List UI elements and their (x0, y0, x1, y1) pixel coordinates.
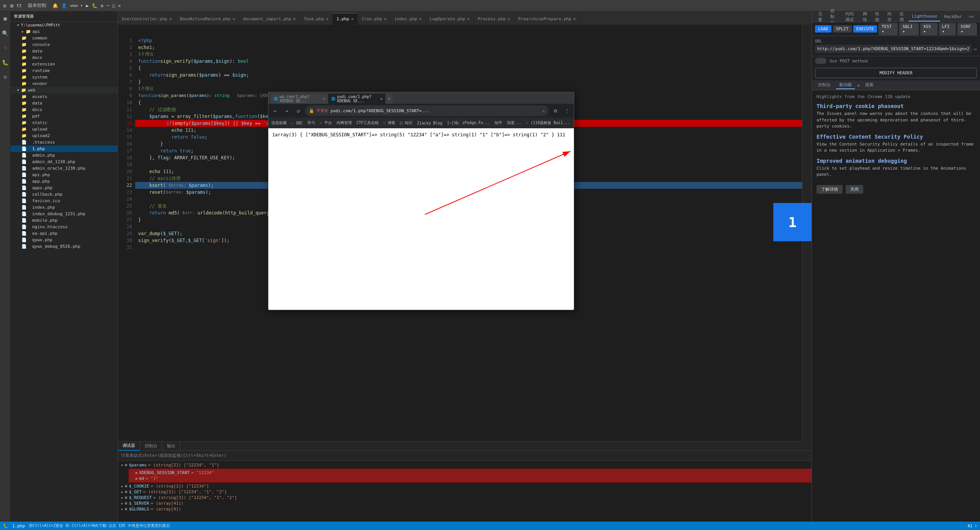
sidebar-item-mobile[interactable]: 📄 mobile.php (11, 217, 118, 224)
learn-more-button[interactable]: 了解详情 (817, 185, 843, 194)
sidebar-item-system[interactable]: 📁 system (11, 74, 118, 80)
sidebar-item-console[interactable]: 📁 console (11, 41, 118, 48)
close-news-icon[interactable]: ✕ (857, 83, 860, 88)
news-title-csp[interactable]: Effective Content Security Policy (817, 134, 975, 140)
sidebar-item-data[interactable]: 📁 data (11, 48, 118, 54)
menu-icon[interactable]: ≡ (3, 3, 6, 9)
ssrf-button[interactable]: SSRF ▾ (957, 23, 977, 35)
dt-tab-console[interactable]: 控制台 (827, 12, 841, 21)
tab-close-icon[interactable]: ✕ (169, 16, 172, 21)
xss-button[interactable]: XSS ▾ (920, 23, 938, 35)
tab-close-active-icon[interactable]: ✕ (351, 16, 354, 21)
tab-close-icon[interactable]: ✕ (323, 97, 325, 101)
debug-icon[interactable]: 🐛 (92, 3, 98, 8)
news-title-animation[interactable]: Improved animation debugging (817, 158, 975, 164)
user-icon[interactable]: 👤 (61, 3, 67, 8)
tab-close-icon[interactable]: ✕ (384, 16, 387, 21)
tab-cron[interactable]: Cron.php ✕ (358, 13, 391, 25)
dt-tab-codeview[interactable]: 代码调试 (842, 12, 859, 21)
dt-tab-memory[interactable]: 内存 (884, 12, 896, 21)
tab-usercontroller[interactable]: UserController.php ✕ (118, 13, 176, 25)
sidebar-item-qywx-debug[interactable]: 📄 qywx_debug_0526.php (11, 243, 118, 250)
sidebar-item-index[interactable]: 📄 index.php (11, 204, 118, 211)
tab-console[interactable]: 控制台 (140, 442, 162, 451)
tab-logoperate[interactable]: LogOperate.php ✕ (426, 13, 474, 25)
tab-output[interactable]: 输出 (162, 442, 180, 451)
debug-sidebar-icon[interactable]: 🐛 (1, 58, 10, 67)
sidebar-item-data2[interactable]: 📁 data (11, 100, 118, 106)
close-icon[interactable]: ✕ (118, 3, 121, 8)
debug-server[interactable]: ▸ ≡ $_SERVER = (array[41]) (121, 501, 862, 506)
tab-index[interactable]: index.php ✕ (390, 13, 426, 25)
sidebar-item-vendor[interactable]: 📁 vendor (11, 80, 118, 87)
sidebar-item-web[interactable]: ▾ 📁 web (11, 87, 118, 93)
version-control-label[interactable]: 版本控制 (25, 2, 49, 10)
back-button[interactable]: ← (271, 106, 280, 115)
dt-tab-more[interactable]: >> (966, 12, 977, 21)
expand-icon[interactable]: ▸ (121, 496, 123, 500)
tab-close-icon[interactable]: ✕ (293, 16, 296, 21)
sidebar-item-assets[interactable]: 📁 assets (11, 93, 118, 100)
tab-process[interactable]: Process.php ✕ (474, 13, 514, 25)
browser-tab-new[interactable]: + (385, 94, 392, 104)
lfi-button[interactable]: LFI ▾ (939, 23, 956, 35)
debug-cookie[interactable]: ▸ ≡ $_COOKIE = (string[1]) ["12234"] (121, 483, 862, 489)
dt-tab-network[interactable]: 网络 (860, 12, 871, 21)
tab-debugger[interactable]: 调试器 (118, 442, 140, 451)
tab-baseactiverecord[interactable]: BaseActiveRecord.php ✕ (176, 13, 239, 25)
tab-prearchive[interactable]: PrearchivePrepare.php ✕ (514, 13, 580, 25)
close-button[interactable]: 关闭 (846, 185, 863, 194)
modify-header-button[interactable]: MODIFY HEADER (815, 68, 977, 78)
tab-close-icon[interactable]: ✕ (326, 16, 328, 21)
sidebar-item-docs2[interactable]: 📁 docs (11, 106, 118, 113)
browser-tab-yudi[interactable]: 🌐 yudi.com/1.php?XDEBUG_SE... ✕ (328, 94, 385, 104)
sidebar-item-oa-api[interactable]: 📄 oa-api.php (11, 230, 118, 237)
execute-button[interactable]: EXECUTE (853, 25, 877, 33)
sidebar-item-index-debug[interactable]: 📄 index_ddubug_1231.php (11, 211, 118, 217)
tab-close-icon[interactable]: ✕ (508, 16, 510, 21)
debug-request[interactable]: ▸ ≡ $_REQUEST = (string[3]) ["12234", "1… (121, 495, 862, 501)
tab-close-icon[interactable]: ✕ (232, 16, 235, 21)
dt-tab-elements[interactable]: 元素 (815, 12, 826, 21)
dt-news-tab-whatsnew[interactable]: 新功能 (836, 81, 855, 89)
sidebar-item-callback[interactable]: 📄 callback.php (11, 191, 118, 198)
sidebar-item-apps[interactable]: 📄 apps.php (11, 185, 118, 191)
explorer-icon[interactable]: ⊞ (1, 15, 10, 23)
dt-tab-lighthouse[interactable]: Lighthouse (909, 12, 940, 21)
news-title-cookies[interactable]: Third-party cookie phaseout (817, 103, 975, 109)
expand-icon[interactable]: ▸ (121, 484, 123, 488)
dt-tab-performance[interactable]: 性能 (872, 12, 884, 21)
minimize-icon[interactable]: ─ (106, 3, 109, 8)
sidebar-item-nginx[interactable]: 📄 nginx.htaccess (11, 224, 118, 230)
sidebar-item-docs[interactable]: 📁 docs (11, 54, 118, 61)
sidebar-item-1php[interactable]: 📄 1.php (11, 146, 118, 152)
tab-close-icon[interactable]: ✕ (381, 97, 382, 101)
forward-button[interactable]: → (282, 106, 291, 115)
extensions-browser-icon[interactable]: ⚙ (551, 106, 560, 115)
sidebar-item-qywx[interactable]: 📄 qywx.php (11, 237, 118, 243)
test-button[interactable]: TEST ▾ (879, 23, 898, 35)
run-icon[interactable]: ▶ (86, 3, 88, 8)
files-icon[interactable]: ⊞ (10, 3, 13, 9)
git-icon[interactable]: ⑂ (1, 44, 10, 52)
star-icon[interactable]: ☆ (542, 108, 545, 113)
sqli-button[interactable]: SQLI ▾ (899, 23, 919, 35)
tab-close-icon[interactable]: ✕ (467, 16, 470, 21)
debug-md[interactable]: ≡ md = "1" (131, 476, 860, 481)
debug-var-params[interactable]: ▾ ≡ $params = (string[2]) ["12234", "1"] (121, 462, 862, 468)
sidebar-item-favicon[interactable]: 📄 favicon.ico (11, 198, 118, 204)
tab-close-icon[interactable]: ✕ (573, 16, 576, 21)
sidebar-root[interactable]: ▾ Y:\yuanmai\PHPitt (11, 22, 118, 28)
dt-tab-hackbar[interactable]: HackBar (941, 12, 965, 21)
reload-button[interactable]: ↺ (294, 106, 303, 115)
more-browser-icon[interactable]: ⋮ (562, 106, 572, 115)
sidebar-item-upload[interactable]: 📁 upload (11, 126, 118, 132)
settings-icon[interactable]: ⚙ (101, 3, 103, 8)
window-controls[interactable]: ≡ ⊞ (3, 3, 13, 9)
tab-task[interactable]: Task.php ✕ (300, 13, 333, 25)
debug-globals[interactable]: ▸ ≡ $GLOBALS = (array[9]) (121, 506, 862, 512)
expand-icon[interactable]: ▸ (121, 501, 123, 505)
debug-xdebug-session[interactable]: ≡ XDEBUG_SESSION_START = "12234" (131, 470, 860, 476)
sidebar-item-pdf[interactable]: 📁 pdf (11, 113, 118, 119)
tab-close-icon[interactable]: ✕ (419, 16, 422, 21)
